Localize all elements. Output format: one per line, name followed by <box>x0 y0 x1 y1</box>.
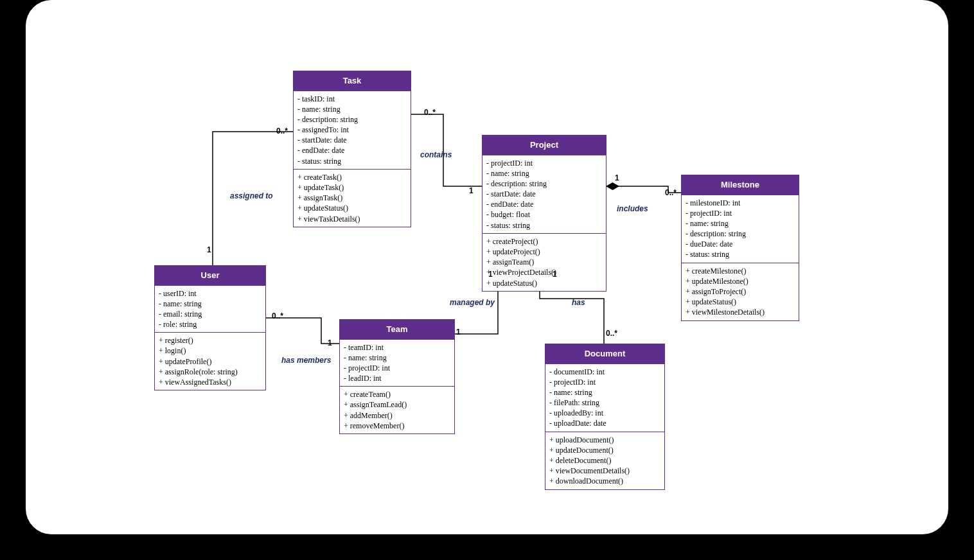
class-task[interactable]: Task - taskID: int- name: string- descri… <box>293 71 411 227</box>
rel-has-members: has members <box>281 356 331 365</box>
mult: 1 <box>328 338 332 347</box>
rel-managed-by: managed by <box>450 298 495 307</box>
mult: 0..* <box>276 127 288 136</box>
attributes: - teamID: int- name: string- projectID: … <box>340 339 454 387</box>
class-project[interactable]: Project - projectID: int- name: string- … <box>482 135 607 292</box>
rel-has: has <box>572 298 585 307</box>
mult: 0..* <box>272 311 283 320</box>
class-user[interactable]: User - userID: int- name: string- email:… <box>154 265 266 390</box>
attributes: - projectID: int- name: string- descript… <box>483 155 606 233</box>
class-team[interactable]: Team - teamID: int- name: string- projec… <box>339 319 455 434</box>
mult: 1 <box>469 186 474 195</box>
rel-assigned-to: assigned to <box>230 191 273 200</box>
mult: 1 <box>207 245 211 254</box>
operations: + register()+ login()+ updateProfile()+ … <box>155 332 265 390</box>
class-document[interactable]: Document - documentID: int- projectID: i… <box>545 344 665 490</box>
class-title: Project <box>483 136 606 155</box>
attributes: - documentID: int- projectID: int- name:… <box>545 363 664 432</box>
class-title: Task <box>294 71 411 91</box>
rel-contains: contains <box>420 150 452 159</box>
attributes: - taskID: int- name: string- description… <box>294 91 411 169</box>
operations: + createProject()+ updateProject()+ assi… <box>483 233 606 291</box>
diagram-canvas: Task - taskID: int- name: string- descri… <box>26 0 948 534</box>
mult: 0..* <box>424 108 436 117</box>
mult: 0..* <box>665 188 677 197</box>
operations: + createTeam()+ assignTeamLead()+ addMem… <box>340 386 454 433</box>
class-title: User <box>155 266 265 285</box>
mult: 1 <box>456 328 461 337</box>
class-title: Team <box>340 320 454 339</box>
class-milestone[interactable]: Milestone - milestoneID: int- projectID:… <box>681 175 799 321</box>
attributes: - milestoneID: int- projectID: int- name… <box>682 195 799 263</box>
operations: + createTask()+ updateTask()+ assignTask… <box>294 169 411 227</box>
class-title: Document <box>545 344 664 363</box>
mult: 1 <box>615 173 619 182</box>
class-title: Milestone <box>682 175 799 195</box>
mult: 1 <box>553 270 557 279</box>
mult: 1 <box>488 270 493 279</box>
rel-includes: includes <box>617 204 648 213</box>
mult: 0..* <box>606 329 617 338</box>
operations: + createMilestone()+ updateMilestone()+ … <box>682 263 799 320</box>
attributes: - userID: int- name: string- email: stri… <box>155 285 265 333</box>
operations: + uploadDocument()+ updateDocument()+ de… <box>545 432 664 489</box>
